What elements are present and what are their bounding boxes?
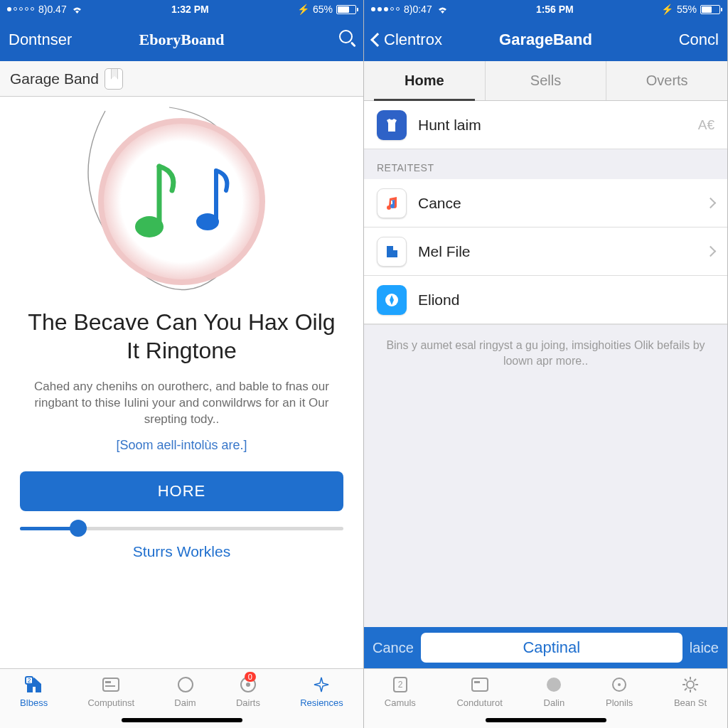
- battery-icon: [336, 5, 356, 14]
- segment-sells[interactable]: Sells: [486, 61, 607, 100]
- tab-label: Camuls: [385, 697, 416, 708]
- bottom-toolbar: Cance Captinal laice: [364, 627, 727, 668]
- nav-back[interactable]: Dontnser: [9, 31, 124, 49]
- subheader-label: Garage Band: [10, 70, 99, 87]
- tab-plonils[interactable]: Plonils: [606, 675, 633, 708]
- nav-back[interactable]: Clentrox: [373, 31, 488, 49]
- row-label: Mel File: [418, 243, 471, 260]
- tab-bar: 2 Camuls Conduturot Dalin Plonils: [364, 668, 727, 728]
- battery-pct: 65%: [313, 4, 333, 15]
- row-label: Hunt laim: [418, 117, 481, 134]
- svg-text:2: 2: [27, 677, 31, 684]
- sparkle-icon: [311, 675, 332, 695]
- segment-tabs: Home Sells Overts: [364, 61, 727, 101]
- cancel-button[interactable]: Cance: [373, 640, 414, 656]
- badge2-icon: 2: [390, 675, 411, 695]
- badge: 0: [245, 672, 256, 682]
- primary-button[interactable]: HORE: [20, 471, 343, 511]
- ring-icon: [609, 675, 630, 695]
- tab-camuls[interactable]: 2 Camuls: [385, 675, 416, 708]
- bolt-icon: ⚡: [297, 4, 309, 15]
- clock: 1:32 PM: [171, 4, 209, 15]
- gear-icon: [680, 675, 701, 695]
- svg-line-26: [694, 679, 696, 681]
- chevron-right-icon: [705, 198, 717, 209]
- row-meta: A€: [698, 117, 714, 133]
- tab-label: Resiences: [300, 697, 343, 708]
- svg-point-15: [547, 678, 561, 692]
- tab-beanst[interactable]: Bean St: [674, 675, 707, 708]
- card-icon: [100, 675, 122, 695]
- circle-icon: [543, 675, 564, 695]
- tab-daim[interactable]: Daim: [174, 675, 196, 708]
- svg-rect-4: [103, 678, 119, 691]
- main-action-button[interactable]: Captinal: [421, 633, 682, 663]
- svg-rect-13: [472, 678, 488, 691]
- inline-link[interactable]: [Soom aell-intolùs are.]: [116, 438, 247, 453]
- secondary-link[interactable]: Sturrs Workles: [133, 543, 230, 560]
- compass-icon: [377, 285, 407, 315]
- svg-point-18: [687, 681, 694, 688]
- progress-slider[interactable]: [20, 527, 343, 530]
- tab-conduturot[interactable]: Conduturot: [456, 675, 502, 708]
- shirt-icon: [377, 110, 407, 140]
- svg-point-1: [196, 213, 219, 230]
- music-app-icon: [377, 188, 407, 218]
- subheader: Garage Band: [0, 61, 363, 97]
- tab-home[interactable]: 2 Blbess: [20, 675, 48, 708]
- svg-rect-14: [474, 681, 480, 683]
- tab-label: Plonils: [606, 697, 633, 708]
- battery-pct: 55%: [677, 4, 697, 15]
- tab-label: Daim: [174, 697, 196, 708]
- tab-dalin[interactable]: Dalin: [543, 675, 564, 708]
- status-bar: 8)0.47 1:32 PM ⚡ 65%: [0, 0, 363, 18]
- row-label: Eliond: [418, 291, 459, 309]
- section-header: RETAITEST: [364, 149, 727, 179]
- tab-computinst[interactable]: Computinst: [87, 675, 134, 708]
- svg-point-9: [246, 682, 250, 687]
- svg-rect-5: [105, 681, 111, 683]
- tab-label: Conduturot: [456, 697, 502, 708]
- search-icon[interactable]: [339, 30, 355, 46]
- list-item[interactable]: Cance: [364, 179, 727, 228]
- hero-circle-icon: [98, 118, 265, 285]
- battery-icon: [700, 5, 720, 14]
- featured-row[interactable]: Hunt laim A€: [364, 101, 727, 149]
- status-bar: 8)0:47 1:56 PM ⚡ 55%: [364, 0, 727, 18]
- list-item[interactable]: Eliond: [364, 276, 727, 324]
- file-icon: [377, 237, 407, 267]
- svg-line-24: [694, 688, 696, 690]
- carrier-label: 8)0:47: [404, 4, 432, 15]
- home-indicator[interactable]: [122, 718, 242, 722]
- svg-point-7: [178, 678, 193, 692]
- tab-resiences[interactable]: Resiences: [300, 675, 343, 708]
- bolt-icon: ⚡: [661, 4, 673, 15]
- description: Cahed any chenihs on ourotherc, and babl…: [20, 379, 343, 428]
- bookmark-icon[interactable]: [105, 68, 123, 90]
- nav-title: EboryBoand: [124, 31, 239, 49]
- svg-line-25: [685, 688, 687, 690]
- tab-label: Dalin: [544, 697, 565, 708]
- tab-dairts[interactable]: 0 Dairts: [236, 675, 260, 708]
- svg-point-0: [135, 216, 164, 237]
- segment-overts[interactable]: Overts: [606, 61, 727, 100]
- phone-left: 8)0.47 1:32 PM ⚡ 65% Dontnser EboryBoand…: [0, 0, 364, 728]
- tab-label: Blbess: [20, 697, 48, 708]
- home-icon: 2: [23, 675, 45, 695]
- alt-button[interactable]: laice: [690, 640, 719, 656]
- list-item[interactable]: Mel File: [364, 228, 727, 276]
- wifi-icon: [71, 5, 83, 14]
- tab-label: Bean St: [674, 697, 707, 708]
- signal-dots: [371, 7, 400, 11]
- nav-action[interactable]: Concl: [604, 31, 719, 49]
- footer-note: Bins y aumet esal ringyst a gu joing, im…: [364, 324, 727, 378]
- tab-label: Dairts: [236, 697, 260, 708]
- chevron-right-icon: [705, 246, 717, 257]
- segment-home[interactable]: Home: [364, 61, 486, 100]
- content-area: The Becave Can You Hax Oilg It Ringtone …: [0, 97, 363, 668]
- svg-point-17: [618, 683, 621, 686]
- chevron-back-icon: [370, 33, 385, 47]
- home-indicator[interactable]: [486, 718, 606, 722]
- carrier-label: 8)0.47: [38, 4, 67, 15]
- clock: 1:56 PM: [536, 4, 574, 15]
